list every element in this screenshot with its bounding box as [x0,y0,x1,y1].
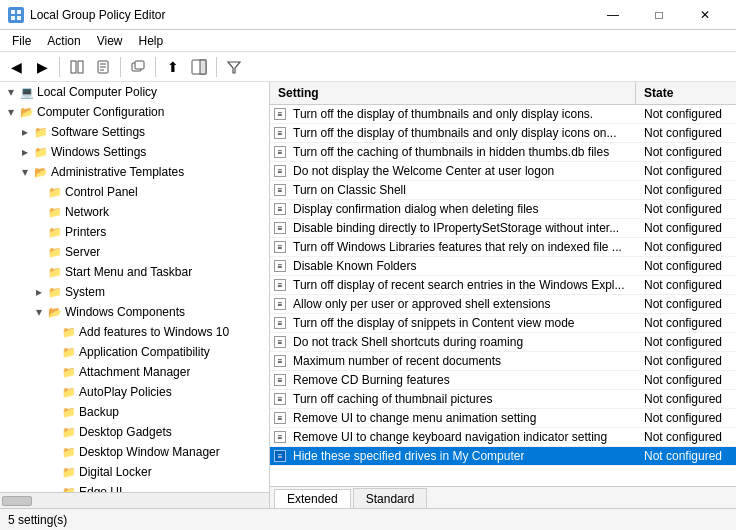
settings-row[interactable]: ≡Turn off the display of snippets in Con… [270,314,736,333]
tree-item-attachment-mgr[interactable]: 📁Attachment Manager [0,362,269,382]
filter-button[interactable] [222,55,246,79]
tree-label-backup: Backup [79,405,119,419]
expand-icon-computer-config[interactable]: ▾ [4,105,18,119]
setting-text: Turn off the display of thumbnails and o… [293,126,617,140]
settings-row[interactable]: ≡Maximum number of recent documentsNot c… [270,352,736,371]
horizontal-scrollbar-thumb[interactable] [2,496,32,506]
tree-item-computer-config[interactable]: ▾📂Computer Configuration [0,102,269,122]
toolbar-separator-2 [120,57,121,77]
toolbar-separator-4 [216,57,217,77]
app-icon [8,7,24,23]
tree-item-backup[interactable]: 📁Backup [0,402,269,422]
folder-icon-backup: 📁 [62,406,76,419]
svg-rect-1 [17,10,21,14]
setting-text: Allow only per user or approved shell ex… [293,297,550,311]
settings-row[interactable]: ≡Remove CD Burning featuresNot configure… [270,371,736,390]
tree-item-autoplay[interactable]: 📁AutoPlay Policies [0,382,269,402]
policy-icon: ≡ [274,317,286,329]
tree-item-start-menu[interactable]: 📁Start Menu and Taskbar [0,262,269,282]
tree-label-windows-settings: Windows Settings [51,145,146,159]
settings-row[interactable]: ≡Turn on Classic ShellNot configured [270,181,736,200]
new-window-button[interactable] [126,55,150,79]
folder-icon-printers: 📁 [48,226,62,239]
menu-help[interactable]: Help [131,30,172,52]
tree-item-network[interactable]: 📁Network [0,202,269,222]
settings-row[interactable]: ≡Remove UI to change keyboard navigation… [270,428,736,447]
tree-panel: ▾💻Local Computer Policy▾📂Computer Config… [0,82,269,492]
tree-label-server: Server [65,245,100,259]
policy-icon: ≡ [274,203,286,215]
tree-item-app-compat[interactable]: 📁Application Compatibility [0,342,269,362]
tree-item-server[interactable]: 📁Server [0,242,269,262]
settings-row[interactable]: ≡Turn off display of recent search entri… [270,276,736,295]
tree-item-windows-settings[interactable]: ▸📁Windows Settings [0,142,269,162]
settings-row[interactable]: ≡Turn off the display of thumbnails and … [270,124,736,143]
tree-item-control-panel[interactable]: 📁Control Panel [0,182,269,202]
expand-icon-local-policy[interactable]: ▾ [4,85,18,99]
tree-item-software-settings[interactable]: ▸📁Software Settings [0,122,269,142]
menu-view[interactable]: View [89,30,131,52]
tree-item-desktop-window-mgr[interactable]: 📁Desktop Window Manager [0,442,269,462]
state-cell: Not configured [636,201,736,217]
expand-icon-windows-components[interactable]: ▾ [32,305,46,319]
settings-row[interactable]: ≡Turn off caching of thumbnail picturesN… [270,390,736,409]
settings-row[interactable]: ≡Turn off the caching of thumbnails in h… [270,143,736,162]
tree-item-admin-templates[interactable]: ▾📂Administrative Templates [0,162,269,182]
tree-item-windows-components[interactable]: ▾📂Windows Components [0,302,269,322]
maximize-button[interactable]: □ [636,0,682,30]
tree-item-printers[interactable]: 📁Printers [0,222,269,242]
setting-text: Turn off Windows Libraries features that… [293,240,622,254]
menu-action[interactable]: Action [39,30,88,52]
tree-item-add-features[interactable]: 📁Add features to Windows 10 [0,322,269,342]
properties-button[interactable] [91,55,115,79]
policy-icon: ≡ [274,393,286,405]
expand-icon-system[interactable]: ▸ [32,285,46,299]
settings-row[interactable]: ≡Display confirmation dialog when deleti… [270,200,736,219]
forward-button[interactable]: ▶ [30,55,54,79]
tab-extended[interactable]: Extended [274,489,351,508]
svg-rect-4 [71,61,76,73]
minimize-button[interactable]: — [590,0,636,30]
settings-row[interactable]: ≡Do not track Shell shortcuts during roa… [270,333,736,352]
settings-row[interactable]: ≡Allow only per user or approved shell e… [270,295,736,314]
folder-icon-windows-settings: 📁 [34,146,48,159]
tree-item-digital-locker[interactable]: 📁Digital Locker [0,462,269,482]
expand-icon-windows-settings[interactable]: ▸ [18,145,32,159]
up-button[interactable]: ⬆ [161,55,185,79]
tree-item-edge-ui[interactable]: 📁Edge UI [0,482,269,492]
title-bar: Local Group Policy Editor — □ ✕ [0,0,736,30]
expand-icon-admin-templates[interactable]: ▾ [18,165,32,179]
menu-file[interactable]: File [4,30,39,52]
settings-row[interactable]: ≡Turn off Windows Libraries features tha… [270,238,736,257]
policy-icon: ≡ [274,165,286,177]
setting-cell: ≡Remove CD Burning features [270,372,636,388]
setting-text: Display confirmation dialog when deletin… [293,202,538,216]
svg-rect-0 [11,10,15,14]
show-hide-console-tree[interactable] [65,55,89,79]
tree-scroll-bottom [0,492,269,508]
settings-row[interactable]: ≡Hide these specified drives in My Compu… [270,447,736,466]
toolbar: ◀ ▶ ⬆ [0,52,736,82]
back-button[interactable]: ◀ [4,55,28,79]
setting-text: Turn off the display of thumbnails and o… [293,107,593,121]
expand-icon-software-settings[interactable]: ▸ [18,125,32,139]
settings-row[interactable]: ≡Remove UI to change menu animation sett… [270,409,736,428]
settings-row[interactable]: ≡Disable binding directly to IPropertySe… [270,219,736,238]
tree-item-local-policy[interactable]: ▾💻Local Computer Policy [0,82,269,102]
setting-cell: ≡Turn off caching of thumbnail pictures [270,391,636,407]
tree-label-system: System [65,285,105,299]
tree-item-desktop-gadgets[interactable]: 📁Desktop Gadgets [0,422,269,442]
setting-text: Maximum number of recent documents [293,354,501,368]
setting-text: Remove CD Burning features [293,373,450,387]
state-cell: Not configured [636,258,736,274]
show-action-pane[interactable] [187,55,211,79]
settings-row[interactable]: ≡Disable Known FoldersNot configured [270,257,736,276]
settings-row[interactable]: ≡Turn off the display of thumbnails and … [270,105,736,124]
close-button[interactable]: ✕ [682,0,728,30]
setting-text: Turn off the caching of thumbnails in hi… [293,145,609,159]
state-cell: Not configured [636,125,736,141]
tree-item-system[interactable]: ▸📁System [0,282,269,302]
tree-label-desktop-gadgets: Desktop Gadgets [79,425,172,439]
settings-row[interactable]: ≡Do not display the Welcome Center at us… [270,162,736,181]
tab-standard[interactable]: Standard [353,488,428,508]
